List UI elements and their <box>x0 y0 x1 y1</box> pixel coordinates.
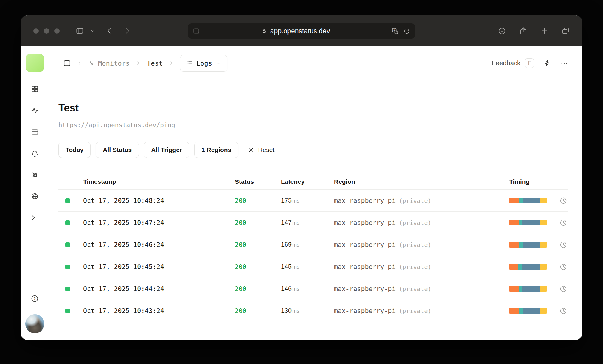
minimize-button[interactable] <box>44 28 49 34</box>
forward-button[interactable] <box>123 27 131 35</box>
feedback-button[interactable]: Feedback F <box>492 58 534 68</box>
timing-segment-connect <box>519 220 522 225</box>
page-content: Test https://api.openstatus.dev/ping Tod… <box>49 80 582 322</box>
zoom-button[interactable] <box>54 28 60 34</box>
terminal-icon <box>31 214 39 222</box>
timing-details-button[interactable] <box>560 285 567 293</box>
filter-date[interactable]: Today <box>58 142 91 158</box>
filter-regions[interactable]: 1 Regions <box>194 142 238 158</box>
reload-icon[interactable] <box>403 28 410 35</box>
timing-segment-tls <box>523 242 540 248</box>
log-status-code: 200 <box>235 241 281 248</box>
sidebar-toggle-button[interactable] <box>76 27 84 35</box>
log-row[interactable]: Oct 17, 2025 10:45:24 200 145ms max-rasp… <box>58 256 568 278</box>
log-row[interactable]: Oct 17, 2025 10:48:24 200 175ms max-rasp… <box>58 189 568 211</box>
log-timestamp: Oct 17, 2025 10:44:24 <box>83 285 235 293</box>
clock-icon <box>560 307 567 315</box>
region-name: max-raspberry-pi <box>334 263 396 270</box>
rail-item-cli[interactable] <box>31 214 39 222</box>
feedback-shortcut-badge: F <box>525 58 534 68</box>
status-ok-indicator <box>65 265 70 269</box>
rail-item-status-pages[interactable] <box>31 128 39 136</box>
breadcrumb-test[interactable]: Test <box>147 60 163 67</box>
logs-dropdown-button[interactable]: Logs <box>180 55 227 72</box>
list-icon <box>186 60 192 66</box>
filter-trigger[interactable]: All Trigger <box>144 142 189 158</box>
rail-item-monitors[interactable] <box>31 107 39 114</box>
region-note: (private) <box>399 219 431 226</box>
reset-filters-button[interactable]: Reset <box>248 146 274 153</box>
rail-item-notifications[interactable] <box>31 150 39 157</box>
sidebar-icon <box>76 27 84 35</box>
app-header: Monitors Test Logs <box>49 46 582 80</box>
log-row[interactable]: Oct 17, 2025 10:44:24 200 146ms max-rasp… <box>58 278 568 300</box>
close-button[interactable] <box>33 28 39 34</box>
timing-details-button[interactable] <box>560 197 567 205</box>
clock-icon <box>560 263 567 271</box>
translate-icon[interactable]: A <box>391 27 399 35</box>
timing-details-button[interactable] <box>560 241 567 249</box>
help-button[interactable]: ? <box>31 295 39 303</box>
quick-actions-button[interactable] <box>544 60 551 67</box>
region-note: (private) <box>399 307 431 315</box>
plus-icon <box>540 27 548 35</box>
downloads-button[interactable] <box>498 27 506 35</box>
breadcrumb-monitors[interactable]: Monitors <box>88 60 130 67</box>
log-row[interactable]: Oct 17, 2025 10:47:24 200 147ms max-rasp… <box>58 211 568 234</box>
timing-details-button[interactable] <box>560 263 567 271</box>
gear-icon <box>31 171 39 179</box>
latency-value: 130 <box>281 307 292 314</box>
rail-item-regions[interactable] <box>31 192 39 200</box>
rail-item-dashboard[interactable] <box>31 85 39 93</box>
more-options-button[interactable] <box>560 60 568 67</box>
rail-nav <box>31 85 39 222</box>
user-avatar[interactable] <box>25 314 44 333</box>
rail-item-settings[interactable] <box>31 171 39 179</box>
rail-divider <box>21 309 49 309</box>
header-actions: Feedback F <box>492 58 568 68</box>
timing-segment-ttfb <box>540 198 547 203</box>
latency-value: 169 <box>281 241 292 248</box>
timing-segment-ttfb <box>540 242 547 248</box>
tab-overview-button[interactable] <box>562 27 570 35</box>
latency-unit: ms <box>292 286 299 292</box>
log-timestamp: Oct 17, 2025 10:43:24 <box>83 307 235 315</box>
breadcrumb-separator-icon <box>136 60 141 66</box>
status-ok-indicator <box>65 309 70 313</box>
app-rail: ? <box>21 46 49 340</box>
timing-segment-connect <box>519 242 523 248</box>
region-name: max-raspberry-pi <box>334 241 396 248</box>
new-tab-button[interactable] <box>540 27 548 35</box>
tab-group-dropdown[interactable] <box>90 29 95 33</box>
log-region: max-raspberry-pi(private) <box>334 197 509 204</box>
log-row[interactable]: Oct 17, 2025 10:43:24 200 130ms max-rasp… <box>58 300 568 322</box>
lightning-icon <box>544 60 551 67</box>
timing-segment-dns <box>509 198 519 203</box>
timing-details-button[interactable] <box>560 219 567 227</box>
share-button[interactable] <box>519 27 527 35</box>
workspace-logo[interactable] <box>26 54 44 72</box>
timing-bar <box>509 242 547 248</box>
timing-bar <box>509 220 547 225</box>
log-row[interactable]: Oct 17, 2025 10:46:24 200 169ms max-rasp… <box>58 234 568 256</box>
main-column: Monitors Test Logs <box>49 46 582 340</box>
back-button[interactable] <box>105 27 113 35</box>
rail-footer: ? <box>21 295 49 333</box>
app-shell: ? Monitors <box>21 46 582 340</box>
latency-unit: ms <box>292 198 299 204</box>
log-timestamp: Oct 17, 2025 10:47:24 <box>83 219 235 226</box>
page-title: Test <box>58 102 568 114</box>
clock-icon <box>560 219 567 227</box>
bell-icon <box>31 150 39 157</box>
page-settings-icon[interactable] <box>193 27 200 35</box>
timing-segment-tls <box>522 264 540 270</box>
timing-details-button[interactable] <box>560 307 567 315</box>
globe-icon <box>31 192 39 200</box>
latency-unit: ms <box>292 242 299 248</box>
region-note: (private) <box>399 263 431 270</box>
sidebar-collapse-button[interactable] <box>63 59 71 67</box>
filter-status[interactable]: All Status <box>96 142 139 158</box>
timing-segment-ttfb <box>540 220 547 225</box>
address-bar[interactable]: app.openstatus.dev A <box>188 23 415 39</box>
timing-segment-dns <box>509 286 519 292</box>
